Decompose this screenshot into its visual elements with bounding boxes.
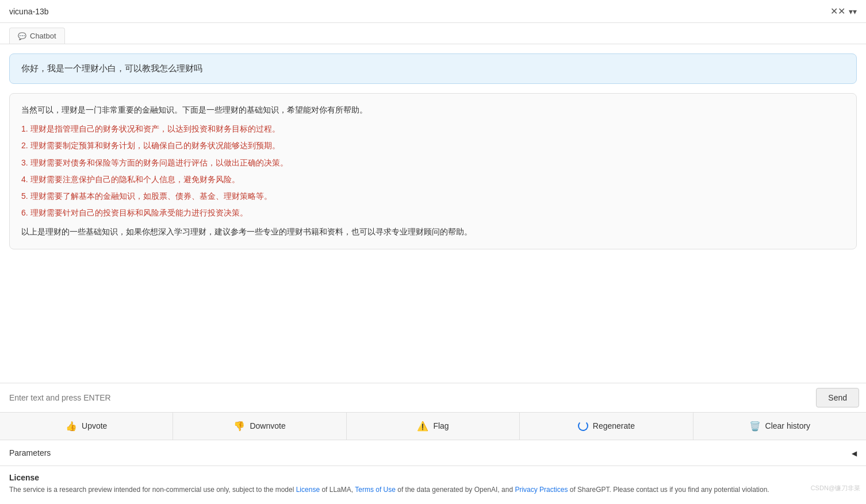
chevron-down-icon[interactable]: ▾ <box>849 7 857 16</box>
list-item: 3. 理财需要对债务和保险等方面的财务问题进行评估，以做出正确的决策。 <box>21 156 845 170</box>
thumb-up-icon <box>66 421 77 432</box>
chat-area: 你好，我是一个理财小白，可以教我怎么理财吗 当然可以，理财是一门非常重要的金融知… <box>0 44 866 383</box>
chevron-left-icon <box>852 448 857 457</box>
tab-bar: Chatbot <box>0 23 866 44</box>
header: vicuna-13b ✕ ▾ <box>0 0 866 23</box>
user-message: 你好，我是一个理财小白，可以教我怎么理财吗 <box>9 53 857 84</box>
user-message-text: 你好，我是一个理财小白，可以教我怎么理财吗 <box>21 63 202 73</box>
regenerate-label: Regenerate <box>593 421 635 430</box>
license-title: License <box>9 473 857 482</box>
parameters-bar[interactable]: Parameters <box>0 440 866 466</box>
privacy-link[interactable]: Privacy Practices <box>515 486 568 494</box>
list-item: 1. 理财是指管理自己的财务状况和资产，以达到投资和财务目标的过程。 <box>21 122 845 136</box>
license-link[interactable]: License <box>296 486 320 494</box>
action-buttons: Upvote Downvote Flag Regenerate Clear hi… <box>0 412 866 440</box>
license-text-mid1: of LLaMA, <box>320 486 355 494</box>
list-item: 6. 理财需要针对自己的投资目标和风险承受能力进行投资决策。 <box>21 206 845 220</box>
license-text-after: of ShareGPT. Please contact us if you fi… <box>568 486 769 494</box>
flag-button[interactable]: Flag <box>347 413 520 440</box>
license-text-mid2: of the data generated by OpenAI, and <box>396 486 515 494</box>
clear-history-button[interactable]: Clear history <box>693 413 866 440</box>
license-section: License The service is a research previe… <box>0 466 866 498</box>
terms-link[interactable]: Terms of Use <box>355 486 396 494</box>
flag-icon <box>417 421 428 432</box>
list-item: 5. 理财需要了解基本的金融知识，如股票、债券、基金、理财策略等。 <box>21 189 845 203</box>
header-controls: ✕ ▾ <box>830 6 857 17</box>
flag-label: Flag <box>433 421 449 430</box>
bot-intro: 当然可以，理财是一门非常重要的金融知识。下面是一些理财的基础知识，希望能对你有所… <box>21 103 845 117</box>
clear-history-label: Clear history <box>765 421 811 430</box>
send-button[interactable]: Send <box>816 388 859 407</box>
upvote-label: Upvote <box>82 421 107 430</box>
watermark: CSDN@镰刀非菜 <box>811 484 860 493</box>
chat-icon <box>18 32 26 40</box>
downvote-button[interactable]: Downvote <box>173 413 346 440</box>
chat-input[interactable] <box>7 388 811 407</box>
parameters-label: Parameters <box>9 448 51 457</box>
downvote-label: Downvote <box>250 421 285 430</box>
bot-footer: 以上是理财的一些基础知识，如果你想深入学习理财，建议参考一些专业的理财书籍和资料… <box>21 225 845 239</box>
license-text: The service is a research preview intend… <box>9 484 857 495</box>
bot-list: 1. 理财是指管理自己的财务状况和资产，以达到投资和财务目标的过程。 2. 理财… <box>21 122 845 220</box>
regenerate-button[interactable]: Regenerate <box>520 413 693 440</box>
input-bar: Send <box>0 383 866 412</box>
close-icon[interactable]: ✕ <box>830 6 845 17</box>
refresh-icon <box>578 421 588 431</box>
thumb-down-icon <box>233 421 245 432</box>
list-item: 2. 理财需要制定预算和财务计划，以确保自己的财务状况能够达到预期。 <box>21 138 845 153</box>
upvote-button[interactable]: Upvote <box>0 413 173 440</box>
tab-chatbot[interactable]: Chatbot <box>9 28 65 44</box>
tab-label: Chatbot <box>30 32 56 40</box>
list-item: 4. 理财需要注意保护自己的隐私和个人信息，避免财务风险。 <box>21 172 845 187</box>
bot-message: 当然可以，理财是一门非常重要的金融知识。下面是一些理财的基础知识，希望能对你有所… <box>9 93 857 249</box>
trash-icon <box>749 421 761 432</box>
chat-spacer <box>9 259 857 374</box>
page-title: vicuna-13b <box>9 7 49 16</box>
license-text-before: The service is a research preview intend… <box>9 486 296 494</box>
